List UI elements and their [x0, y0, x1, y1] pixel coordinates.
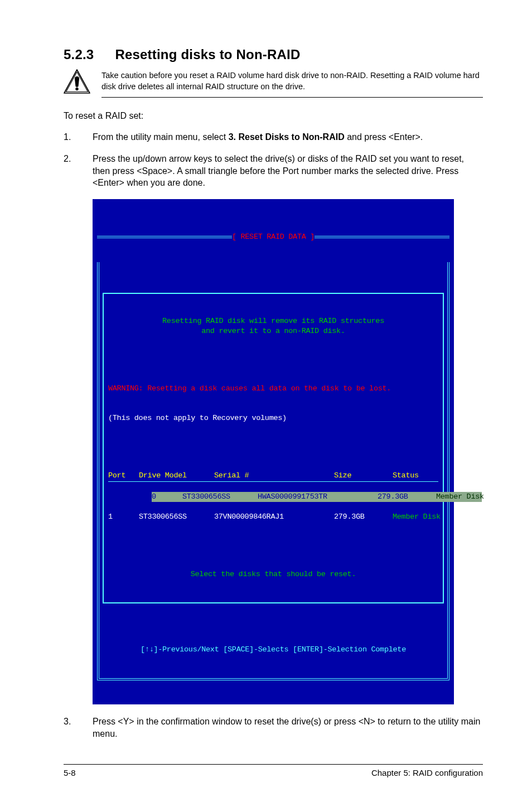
- step-body: Press the up/down arrow keys to select t…: [93, 153, 483, 189]
- callout-divider: [101, 97, 483, 98]
- cell-port: 0: [152, 492, 182, 502]
- cell-serial: 37VN00009846RAJ1: [214, 512, 334, 522]
- bios-title: [ RESET RAID DATA ]: [232, 232, 315, 242]
- bios-warning-label: WARNING:: [108, 384, 147, 393]
- caution-text: Take caution before you reset a RAID vol…: [101, 68, 483, 92]
- step-body: Press <Y> in the confirmation window to …: [93, 716, 483, 740]
- cell-port: 1: [108, 512, 139, 522]
- col-header-serial: Serial #: [214, 471, 334, 481]
- step-body: From the utility main menu, select 3. Re…: [93, 131, 483, 143]
- cell-size: 279.3GB: [334, 512, 393, 522]
- table-row[interactable]: 0ST3300656SSHWAS0000991753TR279.3GBMembe…: [152, 492, 482, 502]
- col-header-model: Drive Model: [139, 471, 214, 481]
- col-header-port: Port: [108, 471, 139, 481]
- bios-message-2: and revert it to a non-RAID disk.: [130, 326, 416, 336]
- bios-dialog: [ RESET RAID DATA ] Resetting RAID disk …: [93, 199, 454, 704]
- step-3: 3. Press <Y> in the confirmation window …: [64, 716, 483, 740]
- step-number: 2.: [64, 153, 74, 189]
- cell-model: ST3300656SS: [139, 512, 214, 522]
- table-row[interactable]: 1ST3300656SS37VN00009846RAJ1279.3GBMembe…: [108, 512, 438, 522]
- step-1: 1. From the utility main menu, select 3.…: [64, 131, 483, 143]
- step-number: 1.: [64, 131, 74, 143]
- bios-warning-text: Resetting a disk causes all data on the …: [147, 384, 391, 393]
- cell-model: ST3300656SS: [182, 492, 258, 502]
- step-text-prefix: From the utility main menu, select: [93, 132, 229, 142]
- cell-status: Member Disk: [393, 512, 441, 522]
- bios-select-message: Select the disks that should be reset.: [108, 569, 438, 579]
- caution-callout: Take caution before you reset a RAID vol…: [64, 68, 483, 94]
- section-heading: 5.2.3 Resetting disks to Non-RAID: [64, 47, 483, 62]
- page-footer: 5-8 Chapter 5: RAID configuration: [64, 764, 483, 777]
- bios-footer-nav: [↑↓]-Previous/Next [SPACE]-Selects [ENTE…: [103, 645, 444, 655]
- bios-message-1: Resetting RAID disk will remove its RAID…: [130, 316, 416, 326]
- bios-table-header: PortDrive ModelSerial #SizeStatus: [108, 471, 438, 482]
- step-2: 2. Press the up/down arrow keys to selec…: [64, 153, 483, 189]
- page-number: 5-8: [64, 768, 76, 777]
- cell-size: 279.3GB: [378, 492, 436, 502]
- svg-point-3: [75, 88, 78, 90]
- intro-text: To reset a RAID set:: [64, 110, 483, 122]
- cell-serial: HWAS0000991753TR: [258, 492, 378, 502]
- caution-icon: [64, 69, 90, 94]
- section-title: Resetting disks to Non-RAID: [115, 47, 300, 62]
- step-number: 3.: [64, 716, 74, 740]
- step-text-bold: 3. Reset Disks to Non-RAID: [229, 132, 345, 142]
- col-header-status: Status: [393, 471, 419, 481]
- chapter-label: Chapter 5: RAID configuration: [371, 768, 483, 777]
- section-number: 5.2.3: [64, 47, 94, 62]
- cell-status: Member Disk: [436, 492, 484, 502]
- step-text-suffix: and press <Enter>.: [345, 132, 423, 142]
- col-header-size: Size: [334, 471, 393, 481]
- bios-recovery-note: (This does not apply to Recovery volumes…: [108, 413, 438, 423]
